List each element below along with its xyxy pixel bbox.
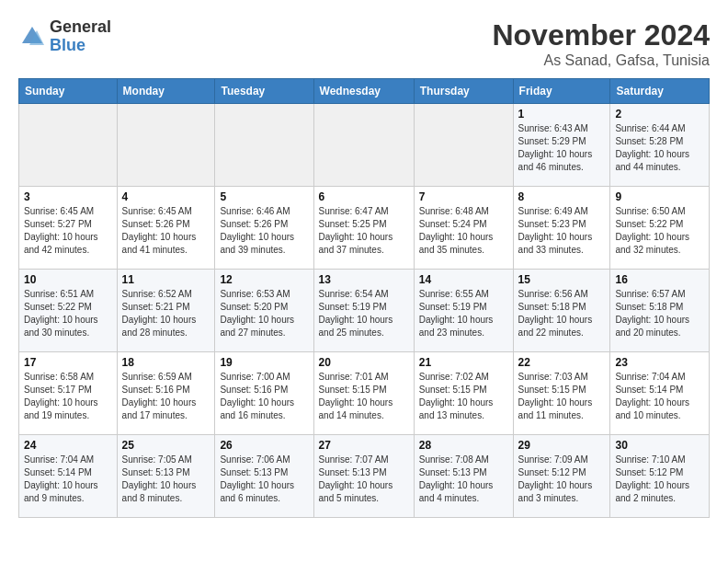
day-number: 18 [122,356,210,369]
day-number: 19 [220,356,308,369]
day-info: Sunrise: 6:56 AM Sunset: 5:18 PM Dayligh… [518,288,606,339]
day-number: 11 [122,273,210,286]
day-info: Sunrise: 7:08 AM Sunset: 5:13 PM Dayligh… [419,454,508,505]
calendar-cell: 1Sunrise: 6:43 AM Sunset: 5:29 PM Daylig… [513,104,610,187]
day-info: Sunrise: 7:03 AM Sunset: 5:15 PM Dayligh… [518,371,606,422]
calendar-cell: 20Sunrise: 7:01 AM Sunset: 5:15 PM Dayli… [313,352,414,435]
page-header: General Blue November 2024 As Sanad, Gaf… [18,18,710,69]
day-info: Sunrise: 7:00 AM Sunset: 5:16 PM Dayligh… [220,371,308,422]
calendar-cell: 7Sunrise: 6:48 AM Sunset: 5:24 PM Daylig… [414,187,513,270]
day-info: Sunrise: 6:50 AM Sunset: 5:22 PM Dayligh… [615,205,704,257]
calendar-cell: 25Sunrise: 7:05 AM Sunset: 5:13 PM Dayli… [117,435,215,518]
calendar-cell: 4Sunrise: 6:45 AM Sunset: 5:26 PM Daylig… [117,187,215,270]
day-info: Sunrise: 6:47 AM Sunset: 5:25 PM Dayligh… [319,205,409,257]
day-number: 5 [220,190,308,203]
calendar-cell [313,104,414,187]
calendar-week-2: 3Sunrise: 6:45 AM Sunset: 5:27 PM Daylig… [19,187,710,270]
day-info: Sunrise: 6:53 AM Sunset: 5:20 PM Dayligh… [220,288,308,339]
calendar-cell: 16Sunrise: 6:57 AM Sunset: 5:18 PM Dayli… [610,270,710,352]
calendar-cell: 24Sunrise: 7:04 AM Sunset: 5:14 PM Dayli… [19,435,118,518]
calendar-cell: 18Sunrise: 6:59 AM Sunset: 5:16 PM Dayli… [117,352,215,435]
calendar-week-5: 24Sunrise: 7:04 AM Sunset: 5:14 PM Dayli… [19,435,710,518]
calendar-cell: 29Sunrise: 7:09 AM Sunset: 5:12 PM Dayli… [513,435,610,518]
day-info: Sunrise: 6:51 AM Sunset: 5:22 PM Dayligh… [24,288,112,339]
calendar-cell [117,104,215,187]
day-info: Sunrise: 6:46 AM Sunset: 5:26 PM Dayligh… [220,205,308,257]
day-info: Sunrise: 7:09 AM Sunset: 5:12 PM Dayligh… [518,454,606,505]
day-number: 6 [319,190,409,203]
day-info: Sunrise: 7:01 AM Sunset: 5:15 PM Dayligh… [319,371,409,422]
day-info: Sunrise: 7:10 AM Sunset: 5:12 PM Dayligh… [615,454,704,505]
calendar-cell: 15Sunrise: 6:56 AM Sunset: 5:18 PM Dayli… [513,270,610,352]
calendar-cell: 22Sunrise: 7:03 AM Sunset: 5:15 PM Dayli… [513,352,610,435]
day-number: 4 [122,190,210,203]
calendar-cell: 13Sunrise: 6:54 AM Sunset: 5:19 PM Dayli… [313,270,414,352]
day-number: 27 [319,439,409,452]
calendar-cell: 8Sunrise: 6:49 AM Sunset: 5:23 PM Daylig… [513,187,610,270]
calendar-cell: 2Sunrise: 6:44 AM Sunset: 5:28 PM Daylig… [610,104,710,187]
logo-line1: General [50,18,111,37]
day-info: Sunrise: 7:04 AM Sunset: 5:14 PM Dayligh… [615,371,704,422]
day-info: Sunrise: 6:43 AM Sunset: 5:29 PM Dayligh… [518,122,606,174]
calendar-table: SundayMondayTuesdayWednesdayThursdayFrid… [18,78,710,518]
weekday-header-tuesday: Tuesday [215,79,313,104]
day-info: Sunrise: 6:54 AM Sunset: 5:19 PM Dayligh… [319,288,409,339]
day-info: Sunrise: 6:44 AM Sunset: 5:28 PM Dayligh… [615,122,704,174]
weekday-header-saturday: Saturday [610,79,710,104]
day-number: 29 [518,439,606,452]
day-number: 14 [419,273,508,286]
day-number: 7 [419,190,508,203]
calendar-cell: 21Sunrise: 7:02 AM Sunset: 5:15 PM Dayli… [414,352,513,435]
day-info: Sunrise: 6:55 AM Sunset: 5:19 PM Dayligh… [419,288,508,339]
day-info: Sunrise: 6:48 AM Sunset: 5:24 PM Dayligh… [419,205,508,257]
day-number: 24 [24,439,112,452]
calendar-cell: 11Sunrise: 6:52 AM Sunset: 5:21 PM Dayli… [117,270,215,352]
calendar-week-3: 10Sunrise: 6:51 AM Sunset: 5:22 PM Dayli… [19,270,710,352]
logo-text: General Blue [50,18,111,55]
day-number: 25 [122,439,210,452]
day-number: 22 [518,356,606,369]
calendar-cell: 26Sunrise: 7:06 AM Sunset: 5:13 PM Dayli… [215,435,313,518]
day-info: Sunrise: 6:49 AM Sunset: 5:23 PM Dayligh… [518,205,606,257]
calendar-week-4: 17Sunrise: 6:58 AM Sunset: 5:17 PM Dayli… [19,352,710,435]
calendar-cell [215,104,313,187]
day-info: Sunrise: 6:45 AM Sunset: 5:26 PM Dayligh… [122,205,210,257]
day-number: 3 [24,190,112,203]
weekday-header-monday: Monday [117,79,215,104]
day-number: 9 [615,190,704,203]
day-number: 30 [615,439,704,452]
day-number: 21 [419,356,508,369]
day-number: 13 [319,273,409,286]
calendar-cell: 28Sunrise: 7:08 AM Sunset: 5:13 PM Dayli… [414,435,513,518]
day-info: Sunrise: 6:52 AM Sunset: 5:21 PM Dayligh… [122,288,210,339]
title-area: November 2024 As Sanad, Gafsa, Tunisia [492,18,710,69]
weekday-header-row: SundayMondayTuesdayWednesdayThursdayFrid… [19,79,710,104]
weekday-header-thursday: Thursday [414,79,513,104]
weekday-header-friday: Friday [513,79,610,104]
calendar-cell: 3Sunrise: 6:45 AM Sunset: 5:27 PM Daylig… [19,187,118,270]
logo-icon [18,23,46,51]
logo-line2: Blue [50,37,111,55]
day-info: Sunrise: 7:02 AM Sunset: 5:15 PM Dayligh… [419,371,508,422]
day-info: Sunrise: 7:06 AM Sunset: 5:13 PM Dayligh… [220,454,308,505]
day-info: Sunrise: 6:58 AM Sunset: 5:17 PM Dayligh… [24,371,112,422]
calendar-cell: 5Sunrise: 6:46 AM Sunset: 5:26 PM Daylig… [215,187,313,270]
day-info: Sunrise: 7:07 AM Sunset: 5:13 PM Dayligh… [319,454,409,505]
calendar-cell: 14Sunrise: 6:55 AM Sunset: 5:19 PM Dayli… [414,270,513,352]
day-number: 16 [615,273,704,286]
day-info: Sunrise: 6:45 AM Sunset: 5:27 PM Dayligh… [24,205,112,257]
calendar-cell: 23Sunrise: 7:04 AM Sunset: 5:14 PM Dayli… [610,352,710,435]
calendar-week-1: 1Sunrise: 6:43 AM Sunset: 5:29 PM Daylig… [19,104,710,187]
day-number: 28 [419,439,508,452]
day-number: 20 [319,356,409,369]
weekday-header-wednesday: Wednesday [313,79,414,104]
day-number: 10 [24,273,112,286]
calendar-cell: 6Sunrise: 6:47 AM Sunset: 5:25 PM Daylig… [313,187,414,270]
calendar-cell: 30Sunrise: 7:10 AM Sunset: 5:12 PM Dayli… [610,435,710,518]
calendar-cell: 10Sunrise: 6:51 AM Sunset: 5:22 PM Dayli… [19,270,118,352]
calendar-cell [414,104,513,187]
day-number: 23 [615,356,704,369]
weekday-header-sunday: Sunday [19,79,118,104]
day-number: 26 [220,439,308,452]
logo: General Blue [18,18,111,55]
